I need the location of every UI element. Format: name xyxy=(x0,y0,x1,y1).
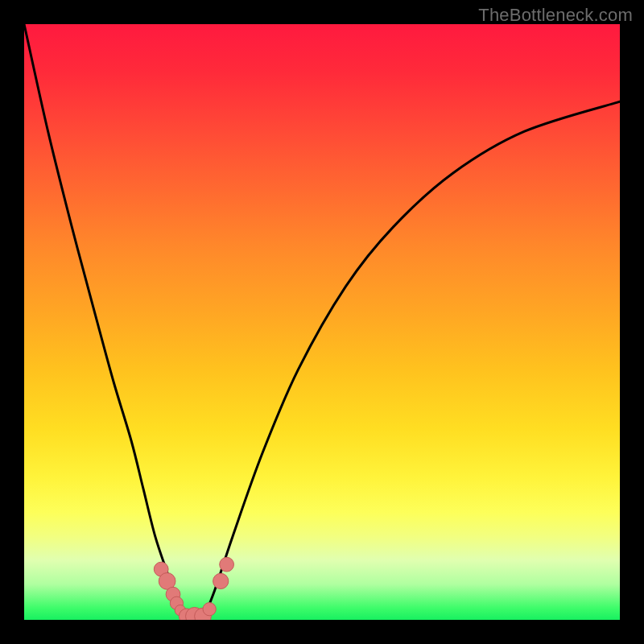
chart-frame: TheBottleneck.com xyxy=(0,0,644,644)
plot-area xyxy=(24,24,620,620)
salmon-spot xyxy=(213,573,229,588)
salmon-spots xyxy=(154,557,233,620)
right-curve xyxy=(203,101,620,620)
salmon-spot xyxy=(220,557,234,572)
left-curve xyxy=(24,24,185,620)
salmon-spot xyxy=(203,603,216,616)
curve-layer xyxy=(24,24,620,620)
watermark-text: TheBottleneck.com xyxy=(478,5,633,26)
